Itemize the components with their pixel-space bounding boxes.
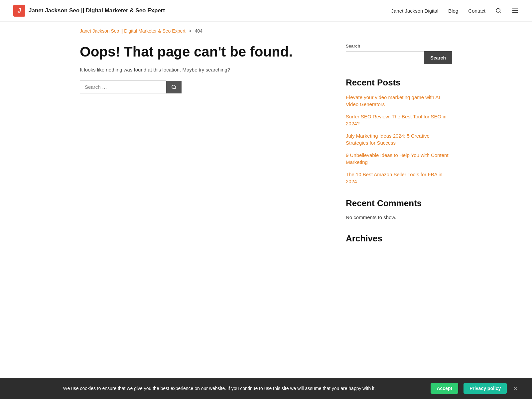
no-comments-text: No comments to show. [346, 214, 452, 220]
search-icon-button[interactable] [495, 8, 501, 14]
breadcrumb: Janet Jackson Seo || Digital Marketer & … [80, 22, 452, 37]
inline-search-button[interactable] [166, 81, 182, 93]
sidebar-search-button[interactable]: Search [424, 51, 452, 64]
error-title: Oops! That page can't be found. [80, 44, 326, 60]
svg-point-5 [172, 85, 176, 89]
breadcrumb-sep: > [189, 28, 192, 34]
breadcrumb-home[interactable]: Janet Jackson Seo || Digital Marketer & … [80, 28, 186, 34]
svg-line-1 [499, 12, 500, 13]
svg-line-6 [175, 88, 176, 89]
site-title: Janet Jackson Seo || Digital Marketer & … [29, 7, 165, 14]
sidebar-search-input[interactable] [346, 51, 424, 64]
site-container: Janet Jackson Seo || Digital Marketer & … [66, 22, 466, 277]
sidebar-recent-comments-section: Recent Comments No comments to show. [346, 198, 452, 220]
recent-comments-title: Recent Comments [346, 198, 452, 208]
breadcrumb-current: 404 [195, 28, 202, 34]
archives-title: Archives [346, 233, 452, 244]
menu-icon-button[interactable] [511, 7, 519, 14]
list-item: July Marketing Ideas 2024: 5 Creative St… [346, 132, 452, 146]
logo-icon: J [13, 5, 25, 17]
error-desc: It looks like nothing was found at this … [80, 67, 326, 72]
recent-post-link-1[interactable]: Elevate your video marketing game with A… [346, 94, 440, 107]
sidebar-search-row: Search [346, 51, 452, 64]
sidebar-search-section: Search Search [346, 44, 452, 64]
recent-post-link-3[interactable]: July Marketing Ideas 2024: 5 Creative St… [346, 133, 430, 146]
nav-item-contact[interactable]: Contact [468, 8, 485, 14]
sidebar: Search Search Recent Posts Elevate your … [346, 44, 452, 257]
list-item: The 10 Best Amazon Seller Tools for FBA … [346, 171, 452, 185]
recent-post-link-2[interactable]: Surfer SEO Review: The Best Tool for SEO… [346, 114, 447, 126]
recent-post-link-5[interactable]: The 10 Best Amazon Seller Tools for FBA … [346, 172, 443, 184]
sidebar-search-label: Search [346, 44, 452, 49]
recent-post-link-4[interactable]: 9 Unbelievable Ideas to Help You with Co… [346, 152, 449, 165]
main-content: Oops! That page can't be found. It looks… [80, 44, 326, 257]
content-area: Oops! That page can't be found. It looks… [80, 37, 452, 277]
sidebar-archives-section: Archives [346, 233, 452, 244]
list-item: Elevate your video marketing game with A… [346, 94, 452, 108]
recent-posts-title: Recent Posts [346, 77, 452, 88]
svg-point-0 [496, 8, 500, 12]
recent-posts-list: Elevate your video marketing game with A… [346, 94, 452, 185]
site-header: J Janet Jackson Seo || Digital Marketer … [0, 0, 532, 22]
nav-item-blog[interactable]: Blog [448, 8, 458, 14]
list-item: Surfer SEO Review: The Best Tool for SEO… [346, 113, 452, 127]
list-item: 9 Unbelievable Ideas to Help You with Co… [346, 152, 452, 166]
nav-item-janet-jackson-digital[interactable]: Janet Jackson Digital [391, 8, 439, 14]
site-logo[interactable]: J Janet Jackson Seo || Digital Marketer … [13, 5, 165, 17]
inline-search-form [80, 80, 326, 93]
site-nav: Janet Jackson Digital Blog Contact [391, 7, 519, 14]
inline-search-input[interactable] [80, 80, 166, 93]
sidebar-recent-posts-section: Recent Posts Elevate your video marketin… [346, 77, 452, 185]
